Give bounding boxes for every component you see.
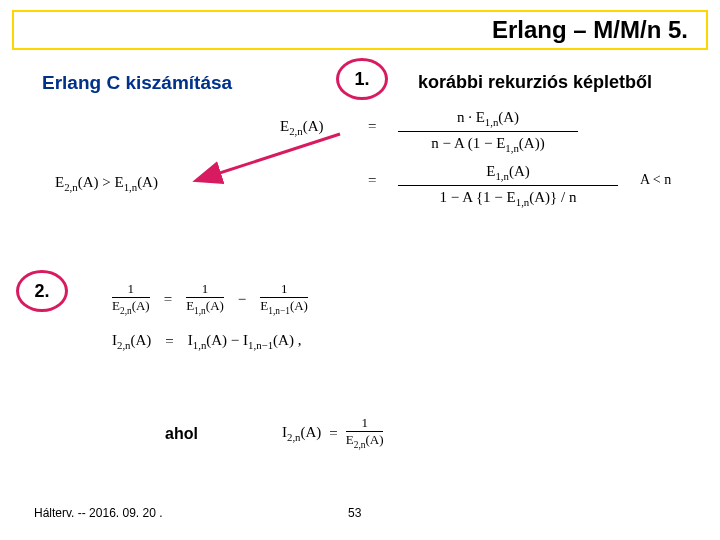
ahol-equation: I2,n(A) = 1 E2,n(A) bbox=[282, 416, 383, 450]
b2l1-r1-den: E1,n(A) bbox=[186, 298, 224, 316]
marker-1-label: 1. bbox=[354, 69, 369, 90]
b2l2-rhs: I1,n(A) − I1,n−1(A) , bbox=[188, 332, 302, 351]
formula-fraction-1: n · E1,n(A) n − A (1 − E1,n(A)) bbox=[398, 108, 578, 155]
b2l1-eq: = bbox=[164, 291, 172, 308]
equals-sign-2: = bbox=[368, 172, 376, 189]
b2l1-r2-den: E1,n−1(A) bbox=[260, 298, 308, 316]
ahol-eq: = bbox=[329, 425, 337, 442]
from-previous-text: korábbi rekurziós képletből bbox=[418, 72, 652, 93]
b2l1-r2-num: 1 bbox=[260, 282, 308, 298]
b2l1-minus: − bbox=[238, 291, 246, 308]
inequality-e2-gt-e1: E2,n(A) > E1,n(A) bbox=[55, 174, 158, 193]
marker-1-circle: 1. bbox=[336, 58, 388, 100]
formula-fraction-2: E1,n(A) 1 − A {1 − E1,n(A)} / n bbox=[398, 162, 618, 209]
b2l1-r1-num: 1 bbox=[186, 282, 224, 298]
arrow-icon bbox=[190, 130, 350, 200]
slide-title-box: Erlang – M/M/n 5. bbox=[12, 10, 708, 50]
ahol-label: ahol bbox=[165, 425, 198, 443]
frac1-denominator: n − A (1 − E1,n(A)) bbox=[398, 132, 578, 155]
marker-2-circle: 2. bbox=[16, 270, 68, 312]
b2l1-lhs-frac: 1 E2,n(A) bbox=[112, 282, 150, 316]
footer-page-number: 53 bbox=[348, 506, 361, 520]
ahol-den: E2,n(A) bbox=[346, 432, 384, 450]
b2l2-eq: = bbox=[165, 333, 173, 350]
frac1-numerator: n · E1,n(A) bbox=[398, 108, 578, 132]
footer-date: Hálterv. -- 2016. 09. 20 . bbox=[34, 506, 163, 520]
ahol-lhs: I2,n(A) bbox=[282, 424, 321, 443]
ahol-num: 1 bbox=[346, 416, 384, 432]
slide-subtitle: Erlang C kiszámítása bbox=[42, 72, 232, 94]
b2l1-r2-frac: 1 E1,n−1(A) bbox=[260, 282, 308, 316]
b2l2-lhs: I2,n(A) bbox=[112, 332, 151, 351]
frac2-numerator: E1,n(A) bbox=[398, 162, 618, 186]
b2l1-lhs-den: E2,n(A) bbox=[112, 298, 150, 316]
ahol-frac: 1 E2,n(A) bbox=[346, 416, 384, 450]
condition-a-lt-n: A < n bbox=[640, 172, 671, 188]
slide-title: Erlang – M/M/n 5. bbox=[492, 16, 688, 44]
equals-sign-1: = bbox=[368, 118, 376, 135]
marker-2-label: 2. bbox=[34, 281, 49, 302]
b2l1-lhs-num: 1 bbox=[112, 282, 150, 298]
block2-line2: I2,n(A) = I1,n(A) − I1,n−1(A) , bbox=[112, 332, 301, 351]
block2-line1: 1 E2,n(A) = 1 E1,n(A) − 1 E1,n−1(A) bbox=[112, 282, 308, 316]
b2l1-r1-frac: 1 E1,n(A) bbox=[186, 282, 224, 316]
svg-line-0 bbox=[198, 134, 340, 180]
frac2-denominator: 1 − A {1 − E1,n(A)} / n bbox=[398, 186, 618, 209]
